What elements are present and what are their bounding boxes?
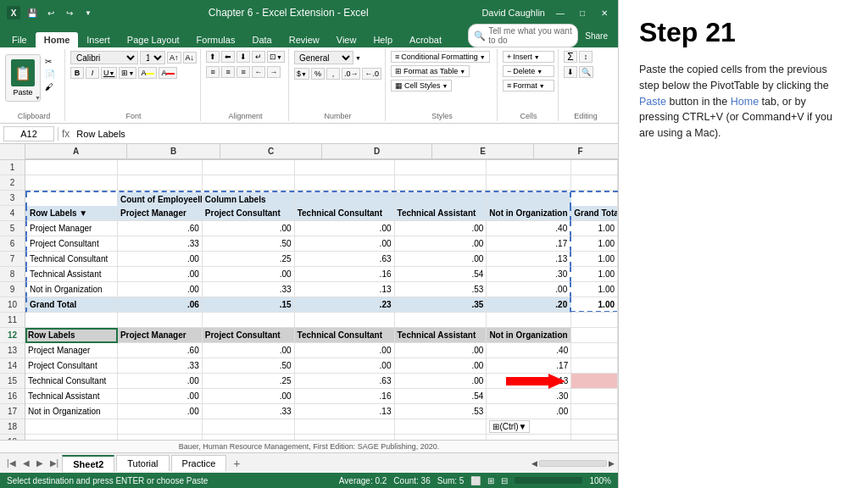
cell-a18[interactable] bbox=[25, 419, 118, 435]
cell-c5[interactable]: .00 bbox=[203, 221, 295, 236]
cell-f9[interactable]: .00 bbox=[487, 282, 571, 297]
tab-formulas[interactable]: Formulas bbox=[188, 32, 244, 47]
format-as-table-button[interactable]: ⊞ Format as Table ▼ bbox=[391, 65, 470, 77]
cell-d1[interactable] bbox=[295, 160, 395, 175]
cell-e19[interactable] bbox=[395, 435, 487, 440]
cell-g7[interactable]: 1.00 bbox=[571, 252, 618, 267]
cell-g5[interactable]: 1.00 bbox=[571, 221, 618, 236]
cell-d18[interactable] bbox=[295, 419, 395, 435]
quick-access-more[interactable]: ▼ bbox=[81, 6, 95, 19]
sheet-nav-next[interactable]: ▶ bbox=[33, 457, 47, 469]
cell-a14[interactable]: Project Consultant bbox=[25, 358, 118, 374]
minimize-button[interactable]: — bbox=[554, 6, 567, 19]
bold-button[interactable]: B bbox=[70, 67, 84, 79]
row-num-9[interactable]: 9 bbox=[0, 282, 25, 297]
col-header-c[interactable]: C bbox=[220, 144, 322, 159]
close-button[interactable]: ✕ bbox=[598, 6, 611, 19]
cell-e8[interactable]: .54 bbox=[395, 267, 487, 282]
cell-g14[interactable] bbox=[571, 358, 618, 374]
number-format-expand[interactable]: ▼ bbox=[355, 55, 361, 61]
cell-g10[interactable]: 1.00 bbox=[571, 297, 618, 313]
cell-c7[interactable]: .25 bbox=[203, 252, 295, 267]
row-num-14[interactable]: 14 bbox=[0, 358, 25, 374]
row-num-8[interactable]: 8 bbox=[0, 267, 25, 282]
cell-b16[interactable]: .00 bbox=[118, 389, 203, 404]
name-box[interactable] bbox=[3, 126, 54, 141]
cell-e13[interactable]: .00 bbox=[395, 343, 487, 358]
cell-c17[interactable]: .33 bbox=[203, 404, 295, 419]
cell-e14[interactable]: .00 bbox=[395, 358, 487, 374]
increase-decimal-button[interactable]: .0→ bbox=[342, 68, 361, 80]
cell-b6[interactable]: .33 bbox=[118, 236, 203, 252]
border-button[interactable]: ⊞▼ bbox=[119, 67, 136, 79]
cell-e9[interactable]: .53 bbox=[395, 282, 487, 297]
cell-f11[interactable] bbox=[487, 313, 571, 328]
align-center-button[interactable]: ≡ bbox=[221, 66, 235, 78]
cell-c10[interactable]: .15 bbox=[203, 297, 295, 313]
cell-g16[interactable] bbox=[571, 389, 618, 404]
page-layout-button[interactable]: ⊞ bbox=[487, 476, 494, 485]
row-num-4[interactable]: 4 bbox=[0, 206, 25, 221]
cell-d4[interactable]: Technical Consultant bbox=[295, 206, 395, 221]
row-num-12[interactable]: 12 bbox=[0, 328, 25, 343]
cell-d6[interactable]: .00 bbox=[295, 236, 395, 252]
cell-b11[interactable] bbox=[118, 313, 203, 328]
row-num-1[interactable]: 1 bbox=[0, 160, 25, 175]
cell-b1[interactable] bbox=[118, 160, 203, 175]
ctrl-paste-popup[interactable]: ⊞(Ctrl)▼ bbox=[489, 420, 530, 433]
row-num-16[interactable]: 16 bbox=[0, 389, 25, 404]
cell-c2[interactable] bbox=[203, 175, 295, 191]
cell-f18[interactable]: ⊞(Ctrl)▼ bbox=[487, 419, 571, 435]
align-middle-button[interactable]: ⬅ bbox=[221, 51, 235, 63]
cell-b9[interactable]: .00 bbox=[118, 282, 203, 297]
sheet-nav-last[interactable]: ▶| bbox=[47, 457, 63, 469]
cell-c1[interactable] bbox=[203, 160, 295, 175]
number-format-select[interactable]: General bbox=[294, 51, 353, 64]
cell-a10[interactable]: Grand Total bbox=[25, 297, 118, 313]
cell-d7[interactable]: .63 bbox=[295, 252, 395, 267]
cell-d17[interactable]: .13 bbox=[295, 404, 395, 419]
cell-d2[interactable] bbox=[295, 175, 395, 191]
wrap-text-button[interactable]: ↵ bbox=[252, 51, 265, 63]
format-button[interactable]: ≡ Format ▼ bbox=[503, 80, 554, 92]
row-num-17[interactable]: 17 bbox=[0, 404, 25, 419]
normal-view-button[interactable]: ⬜ bbox=[470, 476, 481, 485]
underline-button[interactable]: U▼ bbox=[101, 67, 117, 79]
cell-c14[interactable]: .50 bbox=[203, 358, 295, 374]
cell-a13[interactable]: Project Manager bbox=[25, 343, 118, 358]
page-break-button[interactable]: ⊟ bbox=[501, 476, 508, 485]
row-num-15[interactable]: 15 bbox=[0, 374, 25, 389]
row-num-5[interactable]: 5 bbox=[0, 221, 25, 236]
delete-button[interactable]: − Delete ▼ bbox=[503, 65, 554, 77]
cell-e5[interactable]: .00 bbox=[395, 221, 487, 236]
cell-d12[interactable]: Technical Consultant bbox=[295, 328, 395, 343]
cell-b15[interactable]: .00 bbox=[118, 374, 203, 389]
zoom-slider[interactable] bbox=[515, 477, 582, 484]
cell-e6[interactable]: .00 bbox=[395, 236, 487, 252]
format-painter-button[interactable]: 🖌 bbox=[42, 81, 58, 92]
cell-a6[interactable]: Project Consultant bbox=[25, 236, 118, 252]
cell-a17[interactable]: Not in Organization bbox=[25, 404, 118, 419]
cell-g9[interactable]: 1.00 bbox=[571, 282, 618, 297]
cell-d16[interactable]: .16 bbox=[295, 389, 395, 404]
cell-c6[interactable]: .50 bbox=[203, 236, 295, 252]
cell-f1[interactable] bbox=[487, 160, 571, 175]
cell-e12[interactable]: Technical Assistant bbox=[395, 328, 487, 343]
decrease-indent-button[interactable]: ← bbox=[252, 66, 265, 78]
cell-e1[interactable] bbox=[395, 160, 487, 175]
cell-g17[interactable] bbox=[571, 404, 618, 419]
row-num-18[interactable]: 18 bbox=[0, 419, 25, 435]
conditional-formatting-button[interactable]: ≡ Conditional Formatting ▼ bbox=[391, 51, 490, 63]
font-color-button[interactable]: A bbox=[159, 67, 177, 79]
tab-insert[interactable]: Insert bbox=[78, 32, 119, 47]
cell-e17[interactable]: .53 bbox=[395, 404, 487, 419]
cell-b17[interactable]: .00 bbox=[118, 404, 203, 419]
cell-f14[interactable]: .17 bbox=[487, 358, 571, 374]
cell-d14[interactable]: .00 bbox=[295, 358, 395, 374]
cell-c15[interactable]: .25 bbox=[203, 374, 295, 389]
maximize-button[interactable]: □ bbox=[576, 6, 589, 19]
col-header-f[interactable]: F bbox=[534, 144, 618, 159]
comma-button[interactable]: , bbox=[326, 68, 340, 80]
cell-e7[interactable]: .00 bbox=[395, 252, 487, 267]
cell-f8[interactable]: .30 bbox=[487, 267, 571, 282]
